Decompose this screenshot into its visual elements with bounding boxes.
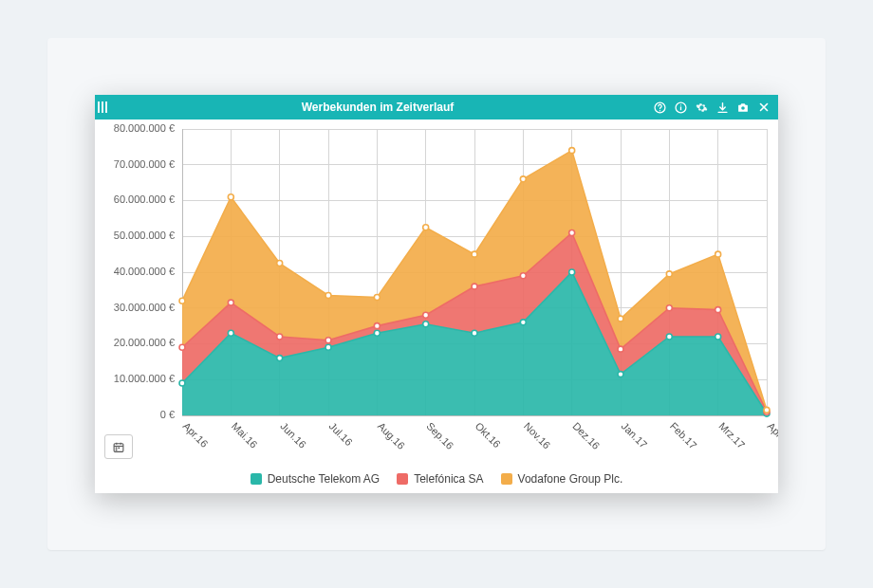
svg-text:10.000.000 €: 10.000.000 €: [114, 373, 175, 384]
data-point[interactable]: [472, 251, 477, 257]
data-point[interactable]: [715, 307, 721, 313]
data-point[interactable]: [520, 320, 526, 325]
titlebar: Werbekunden im Zeitverlauf: [95, 95, 778, 119]
camera-icon[interactable]: [736, 101, 750, 114]
data-point[interactable]: [520, 273, 526, 279]
svg-rect-0: [98, 101, 100, 113]
chart-title: Werbekunden im Zeitverlauf: [110, 101, 645, 114]
x-tick-label: Jul.16: [327, 420, 355, 448]
x-tick-label: Okt.16: [474, 420, 503, 450]
x-tick-label: Feb.17: [668, 420, 699, 451]
svg-rect-47: [116, 447, 118, 449]
area-chart: 0 €10.000.000 €20.000.000 €30.000.000 €4…: [95, 119, 778, 465]
data-point[interactable]: [325, 338, 331, 343]
legend: Deutsche Telekom AG Telefónica SA Vodafo…: [95, 465, 778, 493]
drag-handle-icon[interactable]: [95, 95, 110, 119]
data-point[interactable]: [179, 298, 185, 303]
data-point[interactable]: [179, 344, 185, 350]
x-tick-label: Dez.16: [570, 420, 602, 451]
info-icon[interactable]: [674, 101, 687, 114]
data-point[interactable]: [569, 148, 575, 154]
data-point[interactable]: [618, 372, 623, 377]
data-point[interactable]: [228, 300, 233, 305]
data-point[interactable]: [472, 330, 477, 336]
data-point[interactable]: [666, 334, 672, 340]
legend-swatch: [397, 473, 408, 485]
data-point[interactable]: [325, 344, 331, 350]
data-point[interactable]: [423, 312, 429, 318]
data-point[interactable]: [618, 316, 623, 322]
x-tick-label: Sep.16: [424, 420, 455, 451]
data-point[interactable]: [325, 293, 331, 299]
data-point[interactable]: [179, 380, 185, 386]
legend-swatch: [501, 473, 512, 485]
svg-text:0 €: 0 €: [160, 409, 175, 420]
svg-rect-1: [102, 101, 103, 113]
data-point[interactable]: [569, 230, 575, 235]
data-point[interactable]: [228, 194, 233, 200]
svg-text:20.000.000 €: 20.000.000 €: [114, 337, 175, 348]
help-icon[interactable]: [653, 101, 666, 114]
x-tick-label: Mai.16: [230, 420, 260, 450]
x-tick-label: Mrz.17: [716, 420, 747, 450]
data-point[interactable]: [277, 356, 283, 361]
x-tick-label: Apr.16: [181, 420, 211, 450]
data-point[interactable]: [715, 251, 721, 257]
data-point[interactable]: [715, 334, 721, 340]
svg-point-8: [741, 106, 745, 110]
svg-rect-49: [116, 449, 118, 450]
svg-text:60.000.000 €: 60.000.000 €: [114, 193, 175, 205]
close-icon[interactable]: [757, 101, 771, 114]
data-point[interactable]: [666, 305, 672, 311]
calendar-button[interactable]: [104, 434, 133, 459]
svg-rect-2: [105, 101, 107, 113]
data-point[interactable]: [374, 330, 380, 336]
outer-panel: Werbekunden im Zeitverlauf 0 €10.000.000…: [47, 38, 826, 550]
x-tick-label: Jun.16: [278, 420, 308, 450]
x-tick-label: Apr.17: [766, 420, 778, 450]
legend-label: Deutsche Telekom AG: [268, 472, 381, 486]
legend-item[interactable]: Telefónica SA: [397, 472, 483, 486]
svg-point-7: [679, 104, 680, 105]
data-point[interactable]: [277, 261, 283, 266]
data-point[interactable]: [374, 323, 380, 329]
x-tick-label: Jan.17: [620, 420, 650, 450]
svg-rect-48: [118, 447, 120, 449]
legend-label: Vodafone Group Plc.: [518, 472, 623, 486]
toolbar: [645, 101, 778, 114]
data-point[interactable]: [472, 284, 477, 289]
svg-text:50.000.000 €: 50.000.000 €: [114, 230, 175, 241]
x-tick-label: Aug.16: [376, 420, 407, 451]
data-point[interactable]: [520, 176, 526, 182]
legend-item[interactable]: Deutsche Telekom AG: [251, 472, 381, 486]
legend-label: Telefónica SA: [414, 472, 483, 486]
data-point[interactable]: [618, 346, 623, 352]
svg-text:70.000.000 €: 70.000.000 €: [114, 158, 175, 170]
download-icon[interactable]: [715, 101, 729, 114]
data-point[interactable]: [277, 334, 283, 340]
data-point[interactable]: [228, 330, 233, 336]
data-point[interactable]: [423, 225, 429, 230]
svg-text:80.000.000 €: 80.000.000 €: [114, 122, 175, 134]
settings-icon[interactable]: [695, 101, 708, 114]
data-point[interactable]: [374, 294, 380, 300]
data-point[interactable]: [764, 407, 770, 413]
chart-area: 0 €10.000.000 €20.000.000 €30.000.000 €4…: [95, 119, 778, 465]
svg-point-4: [659, 110, 659, 111]
svg-text:40.000.000 €: 40.000.000 €: [114, 266, 175, 277]
legend-swatch: [251, 473, 262, 485]
legend-item[interactable]: Vodafone Group Plc.: [501, 472, 623, 486]
x-tick-label: Nov.16: [522, 420, 553, 451]
svg-text:30.000.000 €: 30.000.000 €: [114, 302, 175, 313]
data-point[interactable]: [569, 269, 575, 275]
data-point[interactable]: [423, 322, 429, 327]
chart-card: Werbekunden im Zeitverlauf 0 €10.000.000…: [95, 95, 778, 493]
data-point[interactable]: [666, 271, 672, 277]
